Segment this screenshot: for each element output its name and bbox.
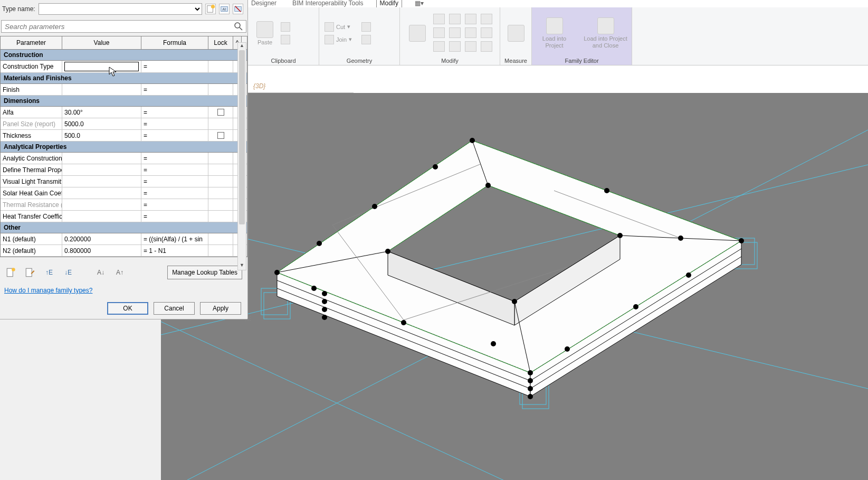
formula-cell[interactable]: = [141,61,208,72]
manage-lookup-tables-button[interactable]: Manage Lookup Tables [167,266,242,279]
formula-cell[interactable]: = [141,130,208,141]
clipboard-mini-1[interactable] [281,21,313,33]
value-cell[interactable]: 0.200000 [62,233,141,244]
value-cell[interactable]: 500.0 [62,130,141,141]
split2-icon[interactable] [449,27,461,38]
header-parameter[interactable]: Parameter [1,36,62,49]
load-into-project-button[interactable]: Load into Project [533,13,576,53]
cancel-button[interactable]: Cancel [154,302,195,315]
section-header[interactable]: Construction^ [1,50,247,61]
param-cell[interactable]: Define Thermal Properties [1,164,62,175]
section-header[interactable]: Dimensions^ [1,96,247,107]
group-icon[interactable] [481,41,492,52]
geom-mini-2[interactable] [361,34,394,45]
lock-cell[interactable] [208,187,233,199]
formula-cell[interactable]: = [141,118,208,129]
formula-cell[interactable]: = [141,164,208,175]
value-cell[interactable] [62,84,141,95]
table-row[interactable]: Heat Transfer Coefficient= [1,211,247,222]
table-row[interactable]: Thermal Resistance (R)= [1,199,247,211]
lock-cell[interactable] [208,130,233,141]
ribbon-tab-designer[interactable]: Designer [248,0,280,8]
table-row[interactable]: Panel Size (report)5000.0= [1,118,247,130]
param-cell[interactable]: Thickness [1,130,62,141]
table-row[interactable]: Alfa30.00°= [1,107,247,118]
lock-cell[interactable] [208,211,233,222]
param-cell[interactable]: Panel Size (report) [1,118,62,129]
section-header[interactable]: Other^ [1,222,247,233]
formula-cell[interactable]: = ((sin(Alfa) / (1 + sin [141,233,208,244]
section-header[interactable]: Analytical Properties^ [1,142,247,153]
param-cell[interactable]: Construction Type [1,61,62,72]
param-cell[interactable]: Thermal Resistance (R) [1,199,62,210]
lock-cell[interactable] [208,118,233,129]
ribbon-tab-modify[interactable]: Modify [376,0,402,8]
value-cell[interactable] [62,187,141,199]
param-cell[interactable]: N2 (default) [1,245,62,256]
align-icon[interactable] [433,14,445,24]
value-cell[interactable]: 0.800000 [62,245,141,256]
header-formula[interactable]: Formula [141,36,208,49]
header-value[interactable]: Value [62,36,141,49]
table-row[interactable]: Solar Heat Gain Coefficient= [1,187,247,199]
formula-cell[interactable]: = [141,199,208,210]
table-row[interactable]: Visual Light Transmittance= [1,176,247,187]
new-type-icon[interactable] [205,4,216,14]
type-name-select[interactable] [39,3,202,15]
ribbon-tab-bim[interactable]: BIM Interoperability Tools [289,0,367,8]
param-cell[interactable]: Heat Transfer Coefficient [1,211,62,222]
table-row[interactable]: N2 (default)0.800000= 1 - N1 [1,245,247,257]
formula-cell[interactable]: = [141,211,208,222]
rotate-icon[interactable] [433,27,445,38]
header-lock[interactable]: Lock [208,36,233,49]
formula-cell[interactable]: = [141,84,208,95]
value-cell[interactable]: 5000.0 [62,118,141,129]
table-row[interactable]: Analytic Construction= [1,153,247,164]
lock-checkbox[interactable] [217,132,224,139]
apply-button[interactable]: Apply [200,302,241,315]
geom-mini-1[interactable] [361,21,394,33]
mirror-icon[interactable] [465,14,476,24]
scroll-up-icon[interactable]: ▲ [238,43,246,50]
param-cell[interactable]: Alfa [1,107,62,118]
viewport-3d[interactable] [161,93,868,480]
param-cell[interactable]: Solar Heat Gain Coefficient [1,187,62,199]
lock-cell[interactable] [208,84,233,95]
offset-icon[interactable] [449,14,461,24]
search-input[interactable] [1,20,246,33]
delete-type-icon[interactable] [233,4,243,14]
scroll-down-icon[interactable]: ▼ [238,262,246,270]
move-down-icon[interactable]: ↓E [62,267,74,278]
rename-type-icon[interactable]: AI [219,4,230,14]
formula-cell[interactable]: = [141,107,208,118]
cut-button[interactable]: Cut ▾ [325,21,357,33]
help-link[interactable]: How do I manage family types? [0,281,97,299]
clipboard-mini-2[interactable] [281,34,313,45]
lock-cell[interactable] [208,199,233,210]
search-icon[interactable] [234,22,243,31]
table-row[interactable]: N1 (default)0.200000= ((sin(Alfa) / (1 +… [1,233,247,245]
unpin-icon[interactable] [449,41,461,52]
delete-icon[interactable] [465,41,476,52]
formula-cell[interactable]: = [141,176,208,187]
value-cell[interactable] [62,61,141,72]
lock-cell[interactable] [208,176,233,187]
value-cell[interactable] [62,176,141,187]
value-input[interactable] [64,62,139,71]
view-tab-3d[interactable]: {3D} [248,81,354,93]
lock-cell[interactable] [208,164,233,175]
value-cell[interactable]: 30.00° [62,107,141,118]
lock-checkbox[interactable] [217,109,224,116]
ribbon-tab-extra-icon[interactable]: ▦▾ [412,0,427,8]
lock-cell[interactable] [208,107,233,118]
lock-cell[interactable] [208,233,233,244]
lock-cell[interactable] [208,153,233,164]
load-into-project-close-button[interactable]: Load into Project and Close [580,13,631,53]
pin-icon[interactable] [433,41,445,52]
param-cell[interactable]: Finish [1,84,62,95]
scale-icon[interactable] [481,27,492,38]
lock-cell[interactable] [208,245,233,256]
formula-cell[interactable]: = 1 - N1 [141,245,208,256]
param-cell[interactable]: Analytic Construction [1,153,62,164]
array-icon[interactable] [465,27,476,38]
